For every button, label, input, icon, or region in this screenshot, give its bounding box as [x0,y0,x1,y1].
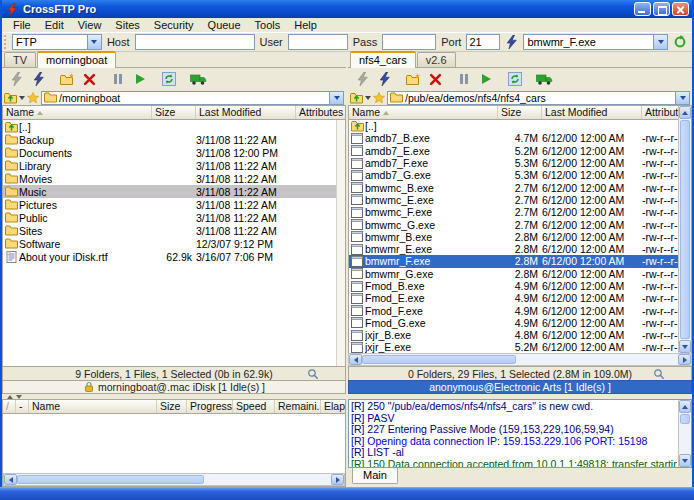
go-button[interactable] [671,34,688,51]
left-path-field[interactable]: /morningboat [41,91,344,105]
right-path-field[interactable]: /pub/ea/demos/nfs4/nfs4_cars [387,91,690,105]
queue-column--[interactable]: - [16,400,29,413]
log-output[interactable]: [R] 250 "/pub/ea/demos/nfs4/nfs4_cars" i… [348,399,692,468]
scroll-up-icon[interactable] [679,106,691,119]
connect-button[interactable] [5,69,27,89]
protocol-select[interactable]: FTP [12,34,102,50]
file-row[interactable]: bmwmr_E.exe2.8M6/12/00 12:00 AM-rw-r--r-… [349,243,678,255]
delete-button[interactable] [78,69,100,89]
quick-connect-lightning-icon[interactable] [503,34,520,51]
file-row[interactable]: jxjr_E.exe5.2M6/12/00 12:00 AM-rw-r--r-- [349,341,678,353]
menu-help[interactable]: Help [287,19,324,32]
search-icon[interactable] [307,368,319,380]
file-row[interactable]: bmwmc_G.exe2.7M6/12/00 12:00 AM-rw-r--r-… [349,218,678,230]
scrollbar-thumb[interactable] [680,414,690,424]
menu-tools[interactable]: Tools [248,19,288,32]
search-icon[interactable] [653,368,665,380]
file-row[interactable]: Pictures3/11/08 11:22 AM [3,198,345,211]
column-header-modified[interactable]: Last Modified [196,106,296,119]
right-horizontal-scrollbar[interactable] [348,353,692,366]
restore-button[interactable] [653,2,670,16]
menu-file[interactable]: File [6,19,38,32]
log-vertical-scrollbar[interactable] [678,400,691,467]
windows-taskbar[interactable] [0,487,694,500]
tab-morningboat[interactable]: morningboat [37,51,116,68]
file-row[interactable]: Library3/11/08 11:22 AM [3,159,345,172]
menu-edit[interactable]: Edit [38,19,71,32]
tab-v2-6[interactable]: v2.6 [417,52,456,67]
column-header-modified[interactable]: Last Modified [542,106,642,119]
queue-column-name[interactable]: Name [29,400,157,413]
chevron-down-icon[interactable] [675,92,689,104]
scroll-right-icon[interactable] [678,354,691,365]
pause-button[interactable] [453,69,475,89]
new-folder-button[interactable] [56,69,78,89]
delete-button[interactable] [424,69,446,89]
transfer-button[interactable] [187,69,209,89]
column-header-name[interactable]: Name [3,106,152,119]
file-row[interactable]: Fmod_G.exe4.9M6/12/00 12:00 AM-rw-r--r-- [349,317,678,329]
scrollbar-thumb[interactable] [680,120,690,339]
file-row[interactable]: amdb7_B.exe4.7M6/12/00 12:00 AM-rw-r--r-… [349,132,678,144]
file-row[interactable]: Fmod_E.exe4.9M6/12/00 12:00 AM-rw-r--r-- [349,292,678,304]
file-row[interactable]: Movies3/11/08 11:22 AM [3,172,345,185]
tab-main[interactable]: Main [352,468,398,484]
queue-body[interactable] [3,414,345,473]
right-vertical-scrollbar[interactable] [678,106,691,353]
file-row[interactable]: About your iDisk.rtf62.9k3/16/07 7:06 PM [3,250,345,263]
disconnect-button[interactable] [373,69,395,89]
collapse-up-icon[interactable] [7,392,13,399]
file-row[interactable]: jxjr_B.exe4.8M6/12/00 12:00 AM-rw-r--r-- [349,329,678,341]
file-row[interactable]: amdb7_G.exe5.3M6/12/00 12:00 AM-rw-r--r-… [349,169,678,181]
disconnect-button[interactable] [27,69,49,89]
file-row[interactable]: Documents3/11/08 12:00 PM [3,146,345,159]
file-row[interactable]: bmwmc_F.exe2.7M6/12/00 12:00 AM-rw-r--r-… [349,206,678,218]
file-row[interactable]: bmwmr_B.exe2.8M6/12/00 12:00 AM-rw-r--r-… [349,231,678,243]
user-input[interactable] [288,34,348,50]
file-row[interactable]: amdb7_F.exe5.3M6/12/00 12:00 AM-rw-r--r-… [349,157,678,169]
file-row[interactable]: bmwmc_B.exe2.7M6/12/00 12:00 AM-rw-r--r-… [349,181,678,193]
column-header-attributes[interactable]: Attributes [296,106,345,119]
file-row[interactable]: Fmod_B.exe4.9M6/12/00 12:00 AM-rw-r--r-- [349,280,678,292]
queue-column-speed[interactable]: Speed [233,400,275,413]
file-row[interactable]: Software12/3/07 9:12 PM [3,237,345,250]
queue-column-progress[interactable]: Progress [187,400,233,413]
bookmark-star-icon[interactable] [373,92,385,104]
scroll-down-icon[interactable] [679,454,691,467]
refresh-button[interactable] [504,69,526,89]
queue-horizontal-scrollbar[interactable] [3,473,345,486]
quickconnect-select[interactable]: bmwmr_F.exe [523,34,668,50]
tab-tv[interactable]: TV [4,52,36,67]
menu-view[interactable]: View [71,19,109,32]
column-header-size[interactable]: Size [152,106,196,119]
minimize-button[interactable] [634,2,651,16]
file-row[interactable]: [..] [3,120,345,133]
menu-queue[interactable]: Queue [201,19,248,32]
column-header-attributes[interactable]: Attributes [642,106,678,119]
pause-button[interactable] [107,69,129,89]
file-row[interactable]: bmwmr_G.exe2.8M6/12/00 12:00 AM-rw-r--r-… [349,268,678,280]
left-scrollbar-track[interactable] [336,120,345,366]
queue-column-remaini-[interactable]: Remaini... [275,400,321,413]
chevron-down-icon[interactable] [365,93,371,103]
transfer-button[interactable] [533,69,555,89]
file-row[interactable]: amdb7_E.exe5.2M6/12/00 12:00 AM-rw-r--r-… [349,145,678,157]
scroll-up-icon[interactable] [679,400,691,413]
queue-column--[interactable]: / [3,400,16,413]
file-row[interactable]: bmwmr_F.exe2.8M6/12/00 12:00 AM-rw-r--r-… [349,255,678,267]
up-directory-icon[interactable] [350,92,363,104]
queue-column-size[interactable]: Size [157,400,187,413]
chevron-down-icon[interactable] [329,92,343,104]
pass-input[interactable] [382,34,436,50]
scroll-down-icon[interactable] [679,340,691,353]
chevron-down-icon[interactable] [87,35,101,49]
file-row[interactable]: Fmod_F.exe4.9M6/12/00 12:00 AM-rw-r--r-- [349,304,678,316]
file-row[interactable]: Sites3/11/08 11:22 AM [3,224,345,237]
scrollbar-thumb[interactable] [17,475,204,484]
scroll-left-icon[interactable] [349,354,362,365]
up-directory-icon[interactable] [4,92,17,104]
refresh-button[interactable] [158,69,180,89]
host-input[interactable] [135,34,255,50]
bookmark-star-icon[interactable] [27,92,39,104]
column-header-size[interactable]: Size [498,106,542,119]
